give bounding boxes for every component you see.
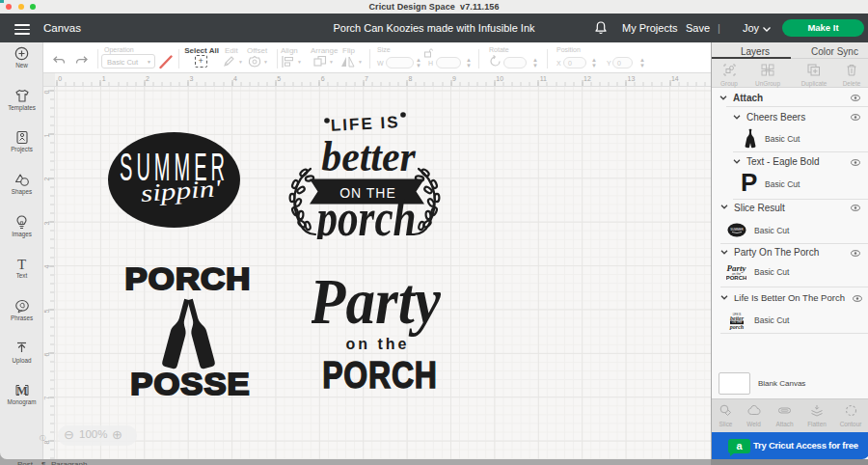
svg-text:on the: on the <box>346 336 410 352</box>
svg-text:PORCH: PORCH <box>322 354 438 390</box>
svg-text:ON THE: ON THE <box>339 185 396 201</box>
svg-text:LIFE IS: LIFE IS <box>330 113 400 135</box>
svg-text:better: better <box>321 133 417 179</box>
svg-text:P: P <box>741 172 757 194</box>
svg-text:sippin': sippin' <box>140 175 223 206</box>
svg-text:T: T <box>17 257 26 271</box>
svg-text:porch: porch <box>729 324 745 330</box>
svg-text:Party: Party <box>312 278 441 338</box>
svg-text:PORCH: PORCH <box>125 267 251 296</box>
svg-text:SUMMER: SUMMER <box>730 227 744 231</box>
svg-text:PORCH: PORCH <box>726 275 746 281</box>
svg-text:POSSE: POSSE <box>130 367 250 397</box>
